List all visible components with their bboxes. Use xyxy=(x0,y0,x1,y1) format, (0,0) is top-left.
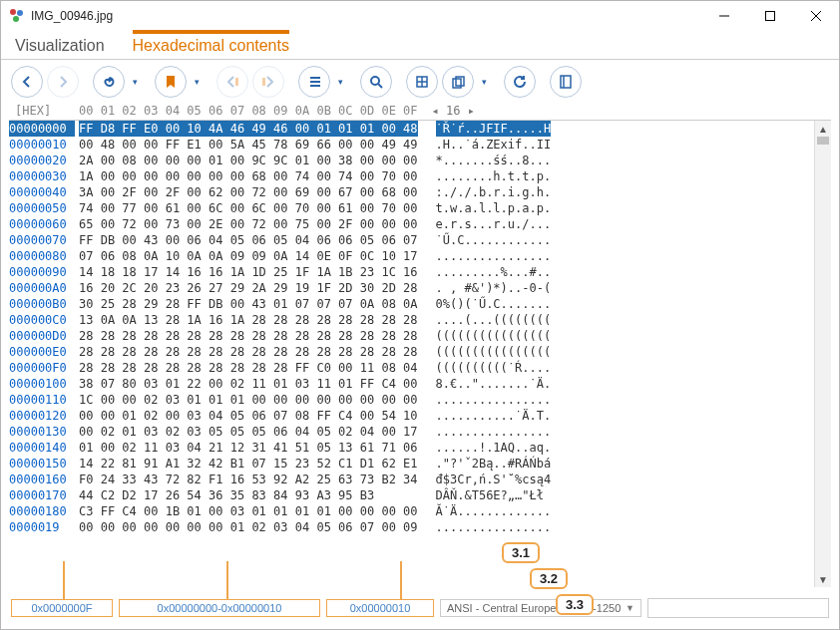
hex-cell[interactable]: 74 00 77 00 61 00 6C 00 6C 00 70 00 61 0… xyxy=(79,200,418,216)
hex-cell[interactable]: FF D8 FF E0 00 10 4A 46 49 46 00 01 01 0… xyxy=(79,121,418,137)
prev-bookmark-button[interactable] xyxy=(216,66,248,98)
hex-cell[interactable]: FF DB 00 43 00 06 04 05 06 05 04 06 06 0… xyxy=(79,232,418,248)
ascii-cell[interactable]: ................ xyxy=(436,248,552,264)
hex-view[interactable]: 0000000000000010000000200000003000000040… xyxy=(9,120,831,587)
ascii-cell[interactable]: DÂŇ.&T56E?„…"Łł xyxy=(436,487,552,503)
maximize-button[interactable] xyxy=(747,1,793,31)
col-nav[interactable]: ◂ 16 ▸ xyxy=(432,104,475,118)
ascii-cell[interactable]: ....(...(((((((( xyxy=(436,312,552,328)
tab-hex[interactable]: Hexadecimal contents xyxy=(133,34,289,59)
grid-button[interactable] xyxy=(406,66,438,98)
hex-cell[interactable]: 07 06 08 0A 10 0A 0A 09 09 0A 14 0E 0F 0… xyxy=(79,248,418,264)
status-range[interactable]: 0x00000000-0x00000010 xyxy=(119,599,320,617)
ascii-cell[interactable]: ˙Ř˙ŕ..JFIF.....H xyxy=(436,121,552,137)
hex-cell[interactable]: 14 22 81 91 A1 32 42 B1 07 15 23 52 C1 D… xyxy=(79,456,418,472)
hex-cell[interactable]: C3 FF C4 00 1B 01 00 03 01 01 01 01 00 0… xyxy=(79,503,418,519)
ascii-cell[interactable]: ......!.1AQ..aq. xyxy=(436,440,552,456)
scroll-thumb[interactable] xyxy=(817,137,829,145)
hex-cell[interactable]: 2A 00 08 00 00 00 01 00 9C 9C 01 00 38 0… xyxy=(79,153,418,168)
hex-cell[interactable]: 00 00 00 00 00 00 00 01 02 03 04 05 06 0… xyxy=(79,519,418,535)
address-cell[interactable]: 00000150 xyxy=(9,456,75,472)
hex-cell[interactable]: 1C 00 00 02 03 01 01 01 00 00 00 00 00 0… xyxy=(79,392,418,408)
address-cell[interactable]: 00000100 xyxy=(9,376,75,392)
hex-cell[interactable]: 30 25 28 29 28 FF DB 00 43 01 07 07 07 0… xyxy=(79,296,418,312)
nav-back-button[interactable] xyxy=(11,66,43,98)
search-button[interactable] xyxy=(360,66,392,98)
address-cell[interactable]: 00000030 xyxy=(9,168,75,184)
address-cell[interactable]: 00000090 xyxy=(9,264,75,280)
minimize-button[interactable] xyxy=(701,1,747,31)
hex-cell[interactable]: 28 28 28 28 28 28 28 28 28 28 28 28 28 2… xyxy=(79,328,418,344)
bookmark-dropdown[interactable]: ▾ xyxy=(191,77,203,87)
ascii-cell[interactable]: ...........˙Ä.T. xyxy=(436,408,552,424)
hex-cell[interactable]: 65 00 72 00 73 00 2E 00 72 00 75 00 2F 0… xyxy=(79,216,418,232)
hex-cell[interactable]: 3A 00 2F 00 2F 00 62 00 72 00 69 00 67 0… xyxy=(79,184,418,200)
address-cell[interactable]: 00000130 xyxy=(9,424,75,440)
vertical-scrollbar[interactable]: ▲ ▼ xyxy=(814,121,831,587)
ascii-cell[interactable]: ((((((((((˙Ŕ.... xyxy=(436,360,552,376)
hex-cell[interactable]: 28 28 28 28 28 28 28 28 28 28 FF C0 00 1… xyxy=(79,360,418,376)
address-cell[interactable]: 00000060 xyxy=(9,216,75,232)
hex-cell[interactable]: 16 20 2C 20 23 26 27 29 2A 29 19 1F 2D 3… xyxy=(79,280,418,296)
address-cell[interactable]: 000000B0 xyxy=(9,296,75,312)
refresh-button[interactable] xyxy=(504,66,536,98)
nav-forward-button[interactable] xyxy=(47,66,79,98)
ascii-cell[interactable]: ................ xyxy=(436,519,552,535)
address-cell[interactable]: 00000180 xyxy=(9,503,75,519)
hex-cell[interactable]: 13 0A 0A 13 28 1A 16 1A 28 28 28 28 28 2… xyxy=(79,312,418,328)
hex-cell[interactable]: 1A 00 00 00 00 00 00 00 68 00 74 00 74 0… xyxy=(79,168,418,184)
address-cell[interactable]: 000000F0 xyxy=(9,360,75,376)
ascii-cell[interactable]: ........h.t.t.p. xyxy=(436,168,552,184)
list-dropdown[interactable]: ▾ xyxy=(334,77,346,87)
close-button[interactable] xyxy=(793,1,839,31)
ascii-cell[interactable]: đ$3Cr‚ń.S'˘%csą4 xyxy=(436,472,552,487)
ascii-cell[interactable]: ˙Ű.C............ xyxy=(436,232,552,248)
ascii-cell[interactable]: e.r.s...r.u./... xyxy=(436,216,552,232)
ascii-cell[interactable]: 8.€..".......˙Ä. xyxy=(436,376,552,392)
tab-visualization[interactable]: Visualization xyxy=(15,34,105,59)
ascii-cell[interactable]: 0%()(˙Ű.C....... xyxy=(436,296,552,312)
address-cell[interactable]: 00000140 xyxy=(9,440,75,456)
ascii-cell[interactable]: :././.b.r.i.g.h. xyxy=(436,184,552,200)
ascii-cell[interactable]: (((((((((((((((( xyxy=(436,344,552,360)
address-cell[interactable]: 000000C0 xyxy=(9,312,75,328)
ascii-cell[interactable]: ................ xyxy=(436,392,552,408)
hex-cell[interactable]: 44 C2 D2 17 26 54 36 35 83 84 93 A3 95 B… xyxy=(79,487,418,503)
address-cell[interactable]: 00000010 xyxy=(9,137,75,153)
hex-cell[interactable]: 14 18 18 17 14 16 16 1A 1D 25 1F 1A 1B 2… xyxy=(79,264,418,280)
redo-button[interactable] xyxy=(93,66,125,98)
address-cell[interactable]: 00000120 xyxy=(9,408,75,424)
ascii-cell[interactable]: ................ xyxy=(436,424,552,440)
ascii-cell[interactable]: *.......śś..8... xyxy=(436,153,552,168)
hex-cell[interactable]: 00 48 00 00 FF E1 00 5A 45 78 69 66 00 0… xyxy=(79,137,418,153)
status-offset[interactable]: 0x0000000F xyxy=(11,599,113,617)
address-cell[interactable]: 00000040 xyxy=(9,184,75,200)
ascii-cell[interactable]: Ă˙Ä............. xyxy=(436,503,552,519)
hex-cell[interactable]: 28 28 28 28 28 28 28 28 28 28 28 28 28 2… xyxy=(79,344,418,360)
ascii-cell[interactable]: ."?'ˇ2Bą..#RÁŃbá xyxy=(436,456,552,472)
address-cell[interactable]: 00000170 xyxy=(9,487,75,503)
ascii-cell[interactable]: . , #&')*)..-0-( xyxy=(436,280,552,296)
address-cell[interactable]: 00000080 xyxy=(9,248,75,264)
address-cell[interactable]: 000000D0 xyxy=(9,328,75,344)
hex-cell[interactable]: F0 24 33 43 72 82 F1 16 53 92 A2 25 63 7… xyxy=(79,472,418,487)
ascii-cell[interactable]: .........%...#.. xyxy=(436,264,552,280)
list-button[interactable] xyxy=(298,66,330,98)
ascii-cell[interactable]: t.w.a.l.l.p.a.p. xyxy=(436,200,552,216)
address-cell[interactable]: 000000A0 xyxy=(9,280,75,296)
copy-dropdown[interactable]: ▾ xyxy=(478,77,490,87)
ascii-cell[interactable]: .H..˙á.ZExif..II xyxy=(436,137,552,153)
bookmark-button[interactable] xyxy=(155,66,187,98)
copy-button[interactable] xyxy=(442,66,474,98)
address-cell[interactable]: 00000020 xyxy=(9,153,75,168)
address-cell[interactable]: 00000050 xyxy=(9,200,75,216)
encoding-selector[interactable]: ANSI - Central European / CP-1250 ▼ xyxy=(440,599,641,617)
column-button[interactable] xyxy=(550,66,582,98)
ascii-cell[interactable]: (((((((((((((((( xyxy=(436,328,552,344)
status-length[interactable]: 0x00000010 xyxy=(326,599,434,617)
scroll-down-icon[interactable]: ▼ xyxy=(815,571,831,587)
scroll-up-icon[interactable]: ▲ xyxy=(815,121,831,137)
hex-cell[interactable]: 00 00 01 02 00 03 04 05 06 07 08 FF C4 0… xyxy=(79,408,418,424)
address-cell[interactable]: 00000110 xyxy=(9,392,75,408)
address-cell[interactable]: 0000019 xyxy=(9,519,75,535)
